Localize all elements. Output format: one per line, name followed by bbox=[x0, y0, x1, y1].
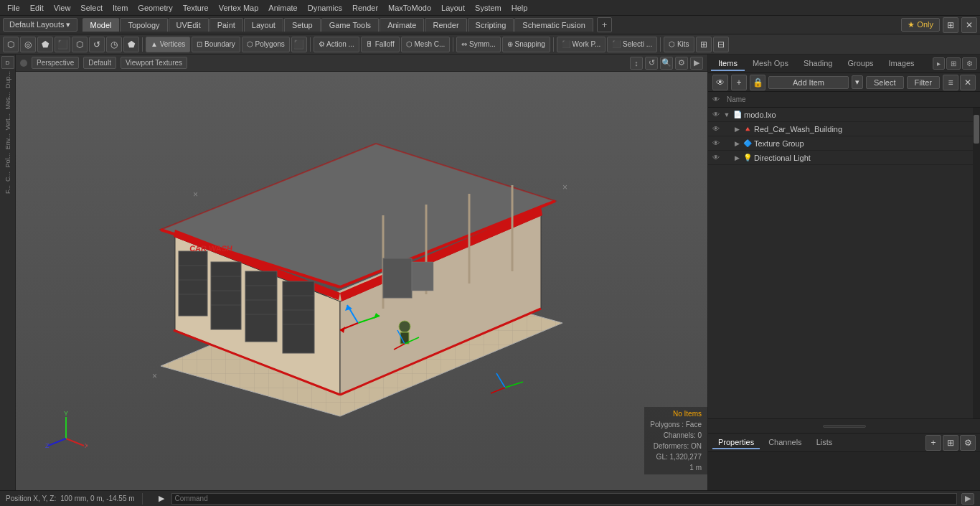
prop-tab-properties[interactable]: Properties bbox=[712, 436, 760, 449]
action-button[interactable]: ⚙ Action ... bbox=[314, 37, 359, 52]
menu-layout[interactable]: Layout bbox=[437, 2, 469, 14]
layout-tab-gametools[interactable]: Game Tools bbox=[321, 18, 380, 32]
expand-texture-group[interactable]: ▶ bbox=[732, 139, 741, 148]
boundary-button[interactable]: ⊡ Boundary bbox=[192, 37, 240, 52]
layout-tab-layout[interactable]: Layout bbox=[244, 18, 283, 32]
layout-tab-paint[interactable]: Paint bbox=[209, 18, 243, 32]
item-modo-lxo[interactable]: 👁 ▼ 📄 modo.lxo bbox=[708, 108, 973, 122]
expand-directional-light[interactable]: ▶ bbox=[732, 154, 741, 162]
layout-close-button[interactable]: ✕ bbox=[961, 17, 977, 33]
right-tab-more-btn[interactable]: ▸ bbox=[933, 57, 945, 70]
tb-icon2[interactable]: ◎ bbox=[20, 37, 36, 52]
expand-red-car-wash[interactable]: ▶ bbox=[732, 125, 741, 133]
layout-tab-render[interactable]: Render bbox=[425, 18, 466, 32]
eye-modo-lxo[interactable]: 👁 bbox=[711, 110, 721, 120]
prop-expand-btn[interactable]: ⊞ bbox=[943, 435, 958, 451]
eye-texture-group[interactable]: 👁 bbox=[711, 139, 721, 149]
eye-directional-light[interactable]: 👁 bbox=[711, 153, 721, 163]
lock-icon-btn[interactable]: 🔒 bbox=[750, 75, 765, 90]
expand-modo-lxo[interactable]: ▼ bbox=[722, 111, 731, 119]
polygons-button[interactable]: ⬡ Polygons bbox=[242, 37, 290, 52]
symm-button[interactable]: ⇔ Symm... bbox=[456, 37, 500, 52]
item-texture-group[interactable]: 👁 ▶ 🔷 Texture Group bbox=[708, 136, 973, 151]
textures-button[interactable]: Viewport Textures bbox=[121, 57, 187, 69]
menu-animate[interactable]: Animate bbox=[264, 2, 301, 14]
scrollbar-thumb[interactable] bbox=[974, 115, 979, 144]
layout-tab-scripting[interactable]: Scripting bbox=[468, 18, 514, 32]
3d-scene[interactable]: CAR WASH × × × bbox=[16, 72, 707, 474]
viewport-icon-zoom[interactable]: 🔍 bbox=[660, 57, 673, 70]
default-button[interactable]: Default bbox=[83, 57, 116, 69]
tb-polygon-icon[interactable]: ⬟ bbox=[123, 37, 139, 52]
right-panel-expand[interactable]: ⊞ bbox=[946, 57, 961, 70]
falloff-button[interactable]: 🎚 Falloff bbox=[361, 37, 400, 52]
tab-items[interactable]: Items bbox=[711, 57, 745, 71]
layout-tab-setup[interactable]: Setup bbox=[284, 18, 321, 32]
sidebar-tool-1[interactable]: D bbox=[1, 56, 14, 69]
layout-close-btn2[interactable]: ⊟ bbox=[713, 37, 729, 52]
star-only-button[interactable]: ★ Only bbox=[901, 18, 940, 32]
menu-geometry[interactable]: Geometry bbox=[133, 2, 176, 14]
item-red-car-wash[interactable]: 👁 ▶ 🔺 Red_Car_Wash_Building bbox=[708, 122, 973, 136]
eye-visibility-btn[interactable]: 👁 bbox=[712, 75, 728, 90]
layout-tab-model[interactable]: Model bbox=[83, 18, 120, 32]
layout-tab-schematic[interactable]: Schematic Fusion bbox=[514, 18, 593, 32]
right-panel-settings[interactable]: ⚙ bbox=[962, 57, 977, 70]
item-list-scrollbar[interactable] bbox=[973, 108, 980, 418]
command-run-btn[interactable]: ▶ bbox=[961, 493, 974, 505]
layout-tab-uvedit[interactable]: UVEdit bbox=[169, 18, 209, 32]
menu-dynamics[interactable]: Dynamics bbox=[303, 2, 347, 14]
command-input[interactable] bbox=[171, 493, 957, 505]
menu-maxtomodo[interactable]: MaxToModo bbox=[384, 2, 435, 14]
tb-icon3[interactable]: ⬟ bbox=[37, 37, 53, 52]
add-item-dropdown-btn[interactable]: ▾ bbox=[852, 75, 863, 89]
layout-split-btn[interactable]: ⊞ bbox=[696, 37, 712, 52]
prop-add-btn[interactable]: + bbox=[925, 435, 941, 451]
tb-icon4[interactable]: ⬛ bbox=[55, 37, 70, 52]
tab-images[interactable]: Images bbox=[882, 57, 922, 71]
item-directional-light[interactable]: 👁 ▶ 💡 Directional Light bbox=[708, 151, 973, 165]
add-item-button[interactable]: Add Item bbox=[768, 76, 849, 89]
menu-texture[interactable]: Texture bbox=[179, 2, 213, 14]
tb-partial-icon[interactable]: ◷ bbox=[106, 37, 122, 52]
tab-meshops[interactable]: Mesh Ops bbox=[745, 57, 796, 71]
item-list-btn[interactable]: ≡ bbox=[943, 75, 958, 90]
layout-tab-animate[interactable]: Animate bbox=[380, 18, 424, 32]
eye-red-car-wash[interactable]: 👁 bbox=[711, 124, 721, 134]
prop-settings-btn[interactable]: ⚙ bbox=[960, 435, 976, 451]
menu-vertexmap[interactable]: Vertex Map bbox=[215, 2, 263, 14]
viewport-icon-play[interactable]: ▶ bbox=[690, 57, 703, 70]
tb-icon1[interactable]: ⬡ bbox=[3, 37, 19, 52]
filter-button[interactable]: Filter bbox=[907, 76, 940, 89]
layout-dropdown[interactable]: Default Layouts ▾ bbox=[3, 18, 77, 32]
layout-tab-topology[interactable]: Topology bbox=[120, 18, 167, 32]
item-close-btn[interactable]: ✕ bbox=[960, 75, 976, 90]
viewport-toggle-dot[interactable] bbox=[20, 60, 27, 67]
add-item-icon-btn[interactable]: + bbox=[731, 75, 747, 90]
layout-grid-button[interactable]: ⊞ bbox=[943, 17, 958, 33]
selecti-button[interactable]: ⬛ Selecti ... bbox=[607, 37, 657, 52]
prop-tab-channels[interactable]: Channels bbox=[763, 436, 807, 449]
menu-select[interactable]: Select bbox=[76, 2, 107, 14]
snapping-button[interactable]: ⊕ Snapping bbox=[502, 37, 550, 52]
prop-tab-lists[interactable]: Lists bbox=[811, 436, 839, 449]
menu-edit[interactable]: Edit bbox=[26, 2, 48, 14]
perspective-button[interactable]: Perspective bbox=[32, 57, 79, 69]
tb-icon5[interactable]: ⬡ bbox=[72, 37, 88, 52]
tb-falloff-sq-icon[interactable]: ⬛ bbox=[291, 37, 307, 52]
workplane-button[interactable]: ⬛ Work P... bbox=[557, 37, 606, 52]
select-button[interactable]: Select bbox=[866, 76, 904, 89]
tab-groups[interactable]: Groups bbox=[840, 57, 880, 71]
menu-view[interactable]: View bbox=[50, 2, 75, 14]
tab-shading[interactable]: Shading bbox=[796, 57, 839, 71]
kits-button[interactable]: ⬡ Kits bbox=[664, 37, 694, 52]
menu-help[interactable]: Help bbox=[507, 2, 532, 14]
menu-system[interactable]: System bbox=[471, 2, 506, 14]
scroll-handle[interactable] bbox=[823, 425, 866, 428]
menu-render[interactable]: Render bbox=[348, 2, 382, 14]
meshc-button[interactable]: ⬡ Mesh C... bbox=[401, 37, 451, 52]
menu-file[interactable]: File bbox=[3, 2, 24, 14]
viewport-icon-move[interactable]: ↕ bbox=[630, 57, 643, 70]
tb-rotate-icon[interactable]: ↺ bbox=[89, 37, 105, 52]
add-tab-button[interactable]: + bbox=[597, 17, 613, 32]
